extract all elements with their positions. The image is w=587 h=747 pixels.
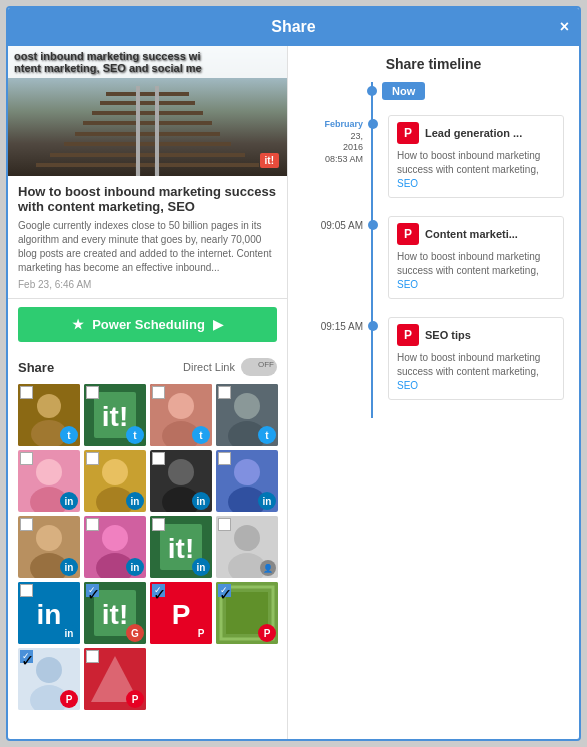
timeline-dot-wrapper [363,317,383,331]
avatar-checkbox[interactable] [218,386,231,399]
pinterest-badge: P [60,690,78,708]
timeline-dot-wrapper [363,115,383,129]
avatar-checkbox[interactable] [218,518,231,531]
share-modal: Share × [6,6,581,741]
timeline-time-1: 08:53 AM [325,154,363,164]
avatar-checkbox[interactable] [20,452,33,465]
article-title: How to boost inbound marketing success w… [18,184,277,214]
share-label: Share [18,360,54,375]
avatar-checkbox[interactable] [86,386,99,399]
twitter-badge: t [192,426,210,444]
timeline-card[interactable]: P Content marketi... How to boost inboun… [388,216,564,299]
social-badge: 👤 [260,560,276,576]
avatar-grid: t it! t t [18,384,277,710]
avatar-item[interactable]: ✓ P [216,582,278,644]
svg-text:it!: it! [102,599,128,630]
modal-title: Share [271,18,315,35]
avatar-item[interactable]: in [84,450,146,512]
linkedin-badge: in [192,492,210,510]
google-badge: G [126,624,144,642]
svg-text:it!: it! [102,401,128,432]
avatar-item[interactable]: P ✓ P [150,582,212,644]
right-panel: Share timeline Now February 23,2016 08:5… [288,46,579,739]
timeline-card[interactable]: P Lead generation ... How to boost inbou… [388,115,564,198]
pinterest-badge: P [258,624,276,642]
pinterest-icon: P [397,223,419,245]
avatar-checkbox[interactable] [20,386,33,399]
now-badge: Now [382,82,425,100]
avatar-checkbox[interactable] [86,650,99,663]
card-title: SEO tips [425,329,471,341]
left-panel: oost inbound marketing success wi ntent … [8,46,288,739]
article-description: Google currently indexes close to 50 bil… [18,219,277,275]
avatar-checkbox[interactable] [218,452,231,465]
svg-point-19 [168,459,194,485]
timeline-item: 09:05 AM P Content marketi... How to boo… [303,216,564,299]
direct-link-label: Direct Link [183,361,235,373]
card-title: Content marketi... [425,228,518,240]
avatar-checkbox[interactable] [152,452,165,465]
avatar-item[interactable]: it! in [150,516,212,578]
twitter-badge: t [60,426,78,444]
timeline-date: February 23,2016 08:53 AM [303,115,363,166]
avatar-item[interactable]: ✓ P [18,648,80,710]
avatar-item[interactable]: in [18,516,80,578]
pinterest-badge: P [126,690,144,708]
svg-point-22 [234,459,260,485]
avatar-item[interactable]: in [150,450,212,512]
avatar-item[interactable]: in [84,516,146,578]
svg-point-7 [168,393,194,419]
avatar-checkbox[interactable] [20,584,33,597]
timeline-time: 09:15 AM [303,317,363,332]
avatar-item[interactable]: t [18,384,80,446]
avatar-item[interactable]: it! ✓ G [84,582,146,644]
linkedin-badge: in [60,492,78,510]
avatar-checkbox[interactable]: ✓ [20,650,33,663]
timeline-card[interactable]: P SEO tips How to boost inbound marketin… [388,317,564,400]
avatar-checkbox[interactable] [86,518,99,531]
avatar-checkbox[interactable]: ✓ [86,584,99,597]
toggle-label: OFF [258,360,274,369]
avatar-checkbox[interactable]: ✓ [152,584,165,597]
timeline-dot [368,220,378,230]
article-preview: oost inbound marketing success wi ntent … [8,46,287,299]
avatar-item[interactable]: P [84,648,146,710]
twitter-badge: t [126,426,144,444]
share-section: Share Direct Link OFF [8,350,287,718]
avatar-checkbox[interactable] [20,518,33,531]
power-scheduling-button[interactable]: ★ Power Scheduling ▶ [18,307,277,342]
avatar-checkbox[interactable] [152,386,165,399]
power-scheduling-label: Power Scheduling [92,317,205,332]
linkedin-badge: in [60,624,78,642]
card-header: P Lead generation ... [397,122,555,144]
card-description: How to boost inbound marketing success w… [397,250,555,292]
avatar-checkbox[interactable]: ✓ [218,584,231,597]
svg-point-16 [102,459,128,485]
avatar-item[interactable]: in in [18,582,80,644]
timeline-dot [368,321,378,331]
now-dot [367,86,377,96]
avatar-item[interactable]: t [216,384,278,446]
twitter-badge: t [258,426,276,444]
svg-point-28 [102,525,128,551]
avatar-checkbox[interactable] [86,452,99,465]
svg-point-25 [36,525,62,551]
timeline-dot-wrapper [363,216,383,230]
avatar-item[interactable]: in [18,450,80,512]
modal-body: oost inbound marketing success wi ntent … [8,46,579,739]
avatar-item[interactable]: in [216,450,278,512]
card-header: P SEO tips [397,324,555,346]
avatar-item[interactable]: it! t [84,384,146,446]
direct-link-toggle[interactable]: OFF [241,358,277,376]
direct-link-area: Direct Link OFF [183,358,277,376]
avatar-item[interactable]: t [150,384,212,446]
arrow-icon: ▶ [213,317,223,332]
avatar-checkbox[interactable] [152,518,165,531]
svg-point-1 [37,394,61,418]
linkedin-badge: in [126,558,144,576]
linkedin-badge: in [60,558,78,576]
timeline-container: Now February 23,2016 08:53 AM P [303,82,564,418]
close-button[interactable]: × [560,18,569,36]
avatar-item[interactable]: 👤 [216,516,278,578]
article-image-overlay-text: oost inbound marketing success wi ntent … [8,46,287,78]
